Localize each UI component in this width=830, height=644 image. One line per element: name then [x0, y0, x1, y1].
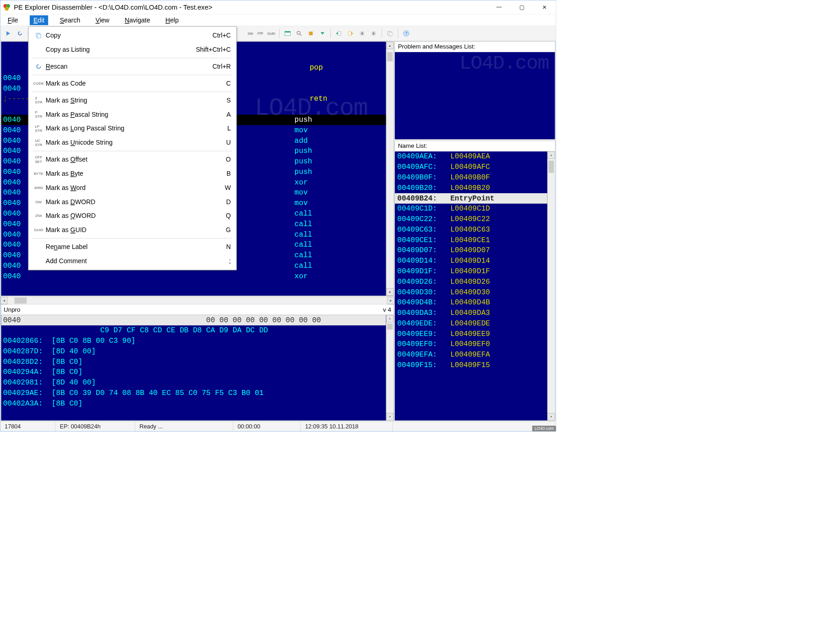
- play-icon[interactable]: [3, 28, 14, 39]
- namelist-item[interactable]: 00409EFA: L00409EFA: [395, 350, 547, 360]
- disasm-hscroll[interactable]: ◂ ▸: [0, 297, 395, 304]
- maximize-button[interactable]: ▢: [515, 3, 529, 12]
- menu-mark-unicode[interactable]: UCSTRMark as Unicode StringU: [28, 135, 236, 150]
- hex-line[interactable]: 0040287D: [8D 40 00]: [1, 346, 386, 357]
- namelist-item[interactable]: 00409D4B: L00409D4B: [395, 298, 547, 308]
- svg-line-7: [300, 34, 301, 35]
- namelist-item[interactable]: 00409C1D: L00409C1D: [395, 204, 547, 214]
- disasm-line[interactable]: 0040 xor: [1, 271, 386, 281]
- qw-label[interactable]: ⅅW: [255, 31, 264, 35]
- namelist-item[interactable]: 00409B20: L00409B20: [395, 183, 547, 193]
- namelist-item[interactable]: 00409CE1: L00409CE1: [395, 235, 547, 245]
- hex-line[interactable]: 0040294A: [8B C0]: [1, 367, 386, 378]
- nav-out-icon[interactable]: [345, 28, 356, 39]
- copy-icon[interactable]: [384, 28, 395, 39]
- disasm-vscroll[interactable]: ▴ ▾: [386, 42, 394, 296]
- namelist-item[interactable]: 00409D30: L00409D30: [395, 287, 547, 298]
- svg-rect-8: [309, 32, 313, 35]
- namelist-title: Name List:: [395, 141, 555, 152]
- tool-icon[interactable]: [305, 28, 316, 39]
- namelist-item[interactable]: 00409C22: L00409C22: [395, 214, 547, 225]
- svg-text:?: ?: [405, 31, 407, 36]
- hex-line[interactable]: 00402866: [8B C0 8B 00 C3 90]: [1, 336, 386, 346]
- menu-file[interactable]: File: [4, 15, 22, 25]
- unprocessed-pane: Unpro v 4 LO4D.com 0040 00 00 00 00 00 0…: [1, 304, 394, 421]
- window-icon[interactable]: [282, 28, 293, 39]
- menu-mark-qword[interactable]: ⅅWMark as QWORDQ: [28, 209, 236, 223]
- svg-marker-11: [336, 32, 338, 34]
- namelist-item[interactable]: 00409EDE: L00409EDE: [395, 318, 547, 329]
- menu-rescan[interactable]: RescanCtrl+R: [28, 60, 236, 74]
- svg-marker-9: [321, 32, 324, 34]
- menu-add-comment[interactable]: Add Comment;: [28, 254, 236, 268]
- refresh-icon[interactable]: [14, 28, 25, 39]
- back-icon[interactable]: [356, 28, 367, 39]
- svg-point-2: [5, 6, 9, 11]
- down-arrow-icon[interactable]: [317, 28, 328, 39]
- search-icon[interactable]: [294, 28, 305, 39]
- menu-navigate[interactable]: Navigate: [121, 15, 154, 25]
- hex-line[interactable]: 00402981: [8D 40 00]: [1, 378, 386, 388]
- menu-view[interactable]: View: [92, 15, 113, 25]
- hex-pane[interactable]: LO4D.com 0040 00 00 00 00 00 00 00 00 00…: [1, 315, 394, 420]
- namelist-item[interactable]: 00409B24: EntryPoint: [395, 193, 547, 204]
- namelist-item[interactable]: 00409EF0: L00409EF0: [395, 339, 547, 350]
- namelist-body[interactable]: 00409AEA: L00409AEA00409AFC: L00409AFC00…: [395, 152, 555, 421]
- help-icon[interactable]: ?: [401, 28, 412, 39]
- svg-point-6: [297, 31, 300, 34]
- menu-help[interactable]: Help: [162, 15, 183, 25]
- namelist-item[interactable]: 00409D14: L00409D14: [395, 256, 547, 266]
- status-datetime: 12:09:35 10.11.2018: [301, 422, 393, 431]
- namelist-item[interactable]: 00409D1F: L00409D1F: [395, 266, 547, 277]
- namelist-vscroll[interactable]: ▴ ▾: [547, 152, 555, 421]
- menu-copy[interactable]: CopyCtrl+C: [28, 28, 236, 43]
- close-button[interactable]: ✕: [538, 3, 552, 12]
- statusbar: 17804 EP: 00409B24h Ready ... 00:00:00 1…: [0, 422, 556, 431]
- svg-rect-23: [38, 34, 41, 38]
- menu-mark-byte[interactable]: BYTEMark as ByteB: [28, 167, 236, 181]
- namelist-item[interactable]: 00409DA3: L00409DA3: [395, 308, 547, 319]
- watermark: LO4D.com: [459, 58, 549, 69]
- hex-vscroll[interactable]: ▴ ▾: [386, 315, 394, 420]
- menu-mark-lpascal[interactable]: LPSTRMark as Long Pascal StringL: [28, 121, 236, 135]
- namelist-item[interactable]: 00409B0F: L00409B0F: [395, 173, 547, 183]
- edit-dropdown: CopyCtrl+C Copy as ListingShift+Ctrl+C R…: [28, 27, 237, 271]
- menu-search[interactable]: Search: [56, 15, 84, 25]
- menu-mark-guid[interactable]: GUIDMark as GUIDG: [28, 223, 236, 237]
- namelist-item[interactable]: 00409F15: L00409F15: [395, 360, 547, 371]
- minimize-button[interactable]: —: [492, 3, 506, 12]
- menu-mark-pascal[interactable]: PSTRMark as Pascal StringA: [28, 108, 236, 122]
- guid-label[interactable]: GUID: [265, 32, 277, 35]
- hex-line[interactable]: 004028D2: [8B C0]: [1, 357, 386, 367]
- nav-in-icon[interactable]: [333, 28, 344, 39]
- hex-line[interactable]: 004029AE: [8B C0 39 D0 74 08 8B 40 EC 85…: [1, 388, 386, 399]
- menu-mark-string[interactable]: ZSTRMark as StringS: [28, 93, 236, 108]
- copy-icon: [32, 32, 46, 38]
- svg-rect-5: [285, 31, 291, 32]
- namelist-item[interactable]: 00409D26: L00409D26: [395, 276, 547, 287]
- hex-line[interactable]: 0040 00 00 00 00 00 00 00 00 00: [1, 315, 386, 325]
- namelist-item[interactable]: 00409AFC: L00409AFC: [395, 162, 547, 173]
- namelist-item[interactable]: 00409C63: L00409C63: [395, 224, 547, 235]
- refresh-icon: [32, 64, 46, 69]
- menu-mark-word[interactable]: WRDMark as WordW: [28, 181, 236, 195]
- dw-label[interactable]: DW: [246, 32, 255, 35]
- menubar: File Edit Search View Navigate Help: [0, 14, 556, 26]
- namelist-panel: Name List: 00409AEA: L00409AEA00409AFC: …: [394, 141, 555, 421]
- hex-line[interactable]: 00402A3A: [8B C0]: [1, 398, 386, 409]
- menu-copy-listing[interactable]: Copy as ListingShift+Ctrl+C: [28, 43, 236, 57]
- menu-mark-dword[interactable]: DWMark as DWORDD: [28, 195, 236, 209]
- menu-mark-code[interactable]: CODEMark as CodeC: [28, 76, 236, 91]
- namelist-item[interactable]: 00409EE9: L00409EE9: [395, 329, 547, 339]
- menu-edit[interactable]: Edit: [30, 15, 48, 25]
- svg-marker-3: [6, 31, 10, 35]
- namelist-item[interactable]: 00409AEA: L00409AEA: [395, 152, 547, 162]
- app-icon: [3, 3, 11, 11]
- forward-icon[interactable]: [368, 28, 379, 39]
- menu-rename-label[interactable]: Rename LabelN: [28, 240, 236, 254]
- window-title: PE Explorer Disassembler - <D:\LO4D.com\…: [14, 3, 492, 11]
- hex-line[interactable]: C9 D7 CF C8 CD CE DB D8 CA D9 DA DC DD: [1, 325, 386, 336]
- namelist-item[interactable]: 00409D07: L00409D07: [395, 245, 547, 256]
- messages-body[interactable]: LO4D.com: [395, 52, 555, 139]
- menu-mark-offset[interactable]: OFFSETMark as OffsetO: [28, 152, 236, 167]
